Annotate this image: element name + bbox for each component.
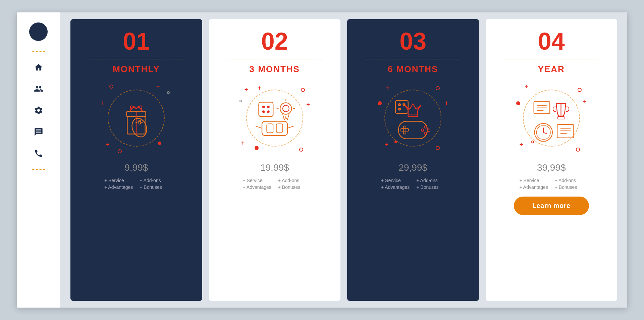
svg-line-42	[543, 132, 547, 134]
main-container: 01 MONTHLY + + +	[17, 12, 627, 308]
feature-item: + Service	[243, 178, 271, 183]
feature-item: + Add-ons	[416, 178, 445, 183]
card-2-number: 02	[261, 29, 288, 53]
sidebar-divider	[32, 51, 45, 52]
card-4-number: 04	[538, 29, 565, 53]
card-3-divider	[366, 59, 460, 59]
svg-point-9	[267, 111, 269, 113]
feature-item: + Service	[520, 178, 548, 183]
phone-icon[interactable]	[33, 148, 44, 159]
svg-rect-16	[262, 121, 287, 136]
svg-rect-4	[139, 120, 141, 124]
svg-point-6	[263, 106, 265, 108]
svg-point-11	[283, 105, 289, 112]
svg-rect-28	[401, 128, 409, 131]
feature-item: + Service	[381, 178, 410, 183]
card-3-price: 29,99$	[398, 162, 427, 173]
sidebar-divider-2	[32, 169, 45, 170]
svg-rect-18	[276, 124, 283, 133]
svg-point-8	[263, 111, 265, 113]
feature-item: + Advantages	[243, 184, 271, 190]
users-icon[interactable]	[33, 83, 44, 95]
card-4-price: 39,99$	[537, 162, 566, 173]
card-1-icon-area: + + +	[99, 81, 173, 155]
card-2-price: 19,99$	[260, 162, 289, 173]
svg-point-22	[399, 104, 401, 106]
svg-rect-27	[404, 126, 406, 134]
logo	[29, 22, 48, 41]
feature-item: + Advantages	[104, 184, 133, 190]
svg-point-30	[428, 129, 430, 131]
card-monthly: 01 MONTHLY + + +	[70, 19, 202, 301]
svg-rect-5	[259, 102, 273, 117]
card-3months: 02 3 MONTHS + + + +	[209, 19, 341, 301]
cards-area: 01 MONTHLY + + +	[60, 12, 627, 308]
svg-line-20	[287, 126, 294, 128]
list-icon[interactable]	[33, 126, 44, 138]
learn-more-button[interactable]: Learn more	[514, 197, 589, 215]
feature-item: + Bonuses	[416, 184, 445, 190]
feature-item: + Add-ons	[140, 178, 168, 183]
card-4-features: + Service + Add-ons + Advantages + Bonus…	[520, 178, 584, 190]
card-1-features: + Service + Add-ons + Advantages + Bonus…	[104, 178, 168, 190]
card-2-icon-area: + + + +	[238, 81, 312, 155]
feature-item: + Bonuses	[140, 184, 168, 190]
card-1-price: 9,99$	[124, 162, 148, 173]
svg-point-23	[403, 104, 405, 106]
sidebar	[17, 12, 60, 308]
svg-rect-43	[557, 124, 574, 138]
card-2-divider	[227, 59, 322, 59]
svg-rect-26	[399, 121, 428, 139]
feature-item: + Add-ons	[555, 178, 583, 183]
card-3-icon-area: + + +	[376, 81, 450, 155]
feature-item: + Bonuses	[555, 184, 583, 190]
svg-line-19	[256, 126, 262, 128]
feature-item: + Advantages	[381, 184, 410, 190]
card-3-title: 6 MONTHS	[388, 64, 438, 74]
card-3-number: 03	[399, 29, 426, 53]
card-4-divider	[504, 59, 599, 59]
card-3-features: + Service + Add-ons + Advantages + Bonus…	[381, 178, 445, 190]
card-1-divider	[89, 59, 183, 59]
card-1-title: MONTHLY	[113, 64, 160, 74]
svg-point-7	[267, 106, 269, 108]
feature-item: + Bonuses	[278, 184, 307, 190]
svg-point-24	[399, 108, 401, 110]
card-1-number: 01	[123, 29, 150, 53]
svg-rect-17	[267, 124, 273, 133]
card-2-features: + Service + Add-ons + Advantages + Bonus…	[243, 178, 307, 190]
settings-icon[interactable]	[33, 105, 44, 116]
svg-point-10	[280, 103, 291, 114]
svg-point-32	[421, 129, 424, 131]
card-year: 04 YEAR + + +	[486, 19, 618, 301]
home-icon[interactable]	[33, 62, 44, 73]
svg-point-3	[129, 116, 149, 139]
feature-item: + Add-ons	[278, 178, 307, 183]
card-2-title: 3 MONTHS	[250, 64, 300, 74]
feature-item: + Advantages	[520, 184, 548, 190]
feature-item: + Service	[104, 178, 133, 183]
card-4-title: YEAR	[538, 64, 565, 74]
card-4-icon-area: + + +	[515, 81, 588, 155]
card-6months: 03 6 MONTHS + + +	[347, 19, 479, 301]
